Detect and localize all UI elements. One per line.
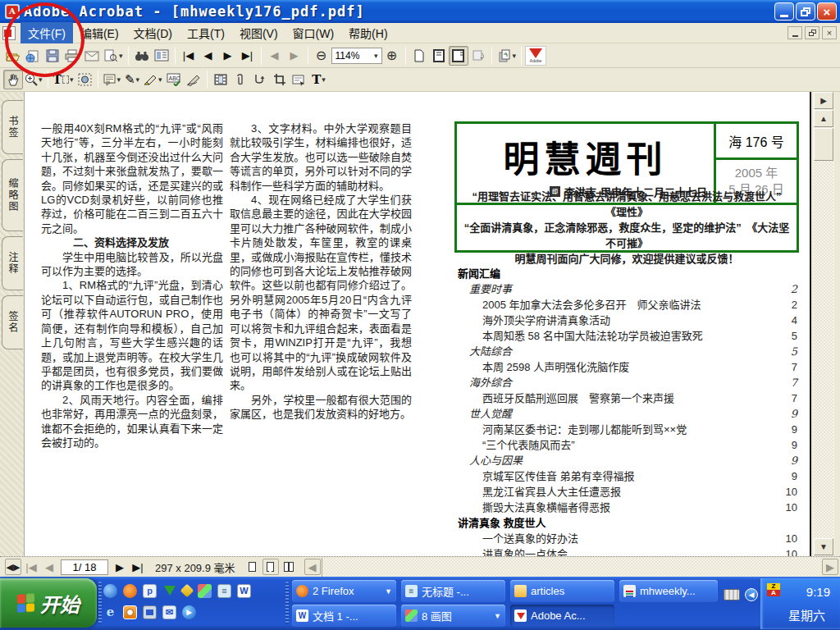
status-next-page-button[interactable]: ▶ bbox=[112, 559, 128, 575]
paint-icon bbox=[405, 609, 418, 622]
paint-palette-icon[interactable] bbox=[198, 584, 212, 598]
first-page-button[interactable]: |◀ bbox=[179, 46, 199, 66]
rotate-view-button[interactable] bbox=[468, 46, 488, 66]
clock-tool-icon[interactable] bbox=[123, 605, 137, 619]
attach-file-tool-button[interactable] bbox=[231, 70, 250, 89]
next-view-button[interactable]: ▶ bbox=[285, 46, 304, 66]
zoom-level-value: 114% bbox=[336, 50, 360, 62]
splitter-toggle-button[interactable]: ◀▶ bbox=[5, 559, 21, 575]
my-computer-icon[interactable] bbox=[143, 605, 157, 619]
restore-button[interactable] bbox=[796, 2, 815, 21]
find-button[interactable] bbox=[132, 46, 152, 66]
document-pane[interactable]: 一般用40X刻RM格式的“九评”或“风雨天地行”等，三分半左右，一小时能刻十几张… bbox=[25, 92, 811, 556]
create-pdf-button[interactable]: ▾ bbox=[495, 46, 518, 66]
start-button[interactable]: 开始 bbox=[0, 578, 97, 628]
pencil-tool-button[interactable]: ✎ ▾ bbox=[122, 70, 142, 89]
facing-view-button[interactable] bbox=[449, 46, 468, 66]
keyboard-layout-icon[interactable] bbox=[724, 589, 740, 600]
close-button[interactable]: × bbox=[817, 2, 837, 21]
link-tool-button[interactable] bbox=[250, 70, 270, 89]
last-page-button[interactable]: ▶| bbox=[238, 46, 258, 66]
scroll-up-button[interactable]: ▲ bbox=[814, 110, 833, 127]
tab-thumbnails[interactable]: 缩略图 bbox=[2, 159, 23, 231]
scrollbar-track[interactable] bbox=[814, 92, 833, 556]
menu-window[interactable]: 窗口(W) bbox=[285, 22, 342, 43]
taskbar: 开始 p ≡ W e ✉ ▶ bbox=[0, 577, 840, 630]
taskbar-button-mhweekly[interactable]: mhweekly... bbox=[619, 580, 718, 602]
flashget-icon[interactable] bbox=[162, 584, 176, 598]
pen-tool-icon[interactable] bbox=[180, 584, 194, 598]
scroll-down-button[interactable]: ▼ bbox=[814, 538, 833, 555]
menu-view[interactable]: 视图(V) bbox=[232, 22, 285, 43]
previous-page-button[interactable]: ◀ bbox=[199, 46, 218, 66]
notepad-icon[interactable]: ≡ bbox=[217, 584, 231, 598]
previous-view-button[interactable]: ◀ bbox=[265, 46, 285, 66]
zonealarm-icon[interactable]: ZA bbox=[767, 583, 780, 596]
search-web-button[interactable]: ▾ bbox=[102, 46, 125, 66]
toc-entry: 世人觉醒9 bbox=[458, 406, 797, 422]
status-last-page-button[interactable]: ▶| bbox=[130, 559, 146, 575]
email-button[interactable] bbox=[82, 46, 102, 66]
clock-time[interactable]: 9:19 bbox=[806, 585, 830, 599]
forms-tool-button[interactable] bbox=[290, 70, 309, 89]
menu-tools[interactable]: 工具(T) bbox=[180, 22, 232, 43]
touchup-text-tool-button[interactable]: T ▾ bbox=[309, 70, 329, 89]
horizontal-scrollbar[interactable] bbox=[322, 558, 821, 577]
taskbar-button-articles-folder[interactable]: articles bbox=[510, 580, 614, 602]
outlook-icon[interactable]: ✉ bbox=[162, 605, 176, 619]
internet-globe-icon[interactable] bbox=[103, 584, 117, 598]
zoom-level-field[interactable]: 114% ▾ bbox=[331, 48, 382, 64]
hand-tool-button[interactable] bbox=[3, 70, 23, 89]
status-first-page-button[interactable]: |◀ bbox=[23, 559, 39, 575]
scrollbar-thumb[interactable] bbox=[814, 128, 833, 161]
vertical-scrollbar[interactable]: ▶ ▲ ▼ bbox=[813, 92, 834, 556]
page-number-field[interactable]: 1/ 18 bbox=[61, 559, 108, 575]
highlighter-tool-button[interactable]: ▾ bbox=[142, 70, 164, 89]
taskbar-button-firefox[interactable]: 2 Firefox ▼ bbox=[292, 580, 396, 602]
note-tool-button[interactable]: ▾ bbox=[102, 70, 122, 89]
doc-restore-button[interactable] bbox=[805, 26, 819, 39]
messenger-icon[interactable]: p bbox=[143, 584, 157, 598]
taskbar-button-acrobat[interactable]: Adobe Ac... bbox=[510, 605, 614, 627]
chevron-left-icon[interactable]: ◀ bbox=[745, 588, 758, 601]
zoom-out-button[interactable]: ⊖ bbox=[312, 46, 331, 66]
taskbar-divider bbox=[285, 582, 289, 624]
word-icon[interactable]: W bbox=[237, 584, 251, 598]
minimize-button[interactable] bbox=[774, 2, 794, 21]
status-facing-button[interactable] bbox=[281, 559, 297, 575]
taskbar-button-word-doc[interactable]: W 文档 1 -... bbox=[292, 605, 396, 627]
snapshot-tool-button[interactable] bbox=[75, 70, 94, 89]
read-article-button[interactable] bbox=[152, 46, 171, 66]
group-dropdown-arrow-icon[interactable]: ▼ bbox=[385, 587, 392, 596]
continuous-view-button[interactable] bbox=[429, 46, 449, 66]
status-single-page-button[interactable] bbox=[244, 559, 261, 575]
menu-document[interactable]: 文档(D) bbox=[126, 22, 180, 43]
doc-minimize-button[interactable] bbox=[788, 26, 802, 39]
zoom-in-button[interactable]: ⊕ bbox=[382, 46, 402, 66]
media-player-icon[interactable]: ▶ bbox=[182, 605, 196, 619]
taskbar-button-paint[interactable]: 8 画图 ▼ bbox=[401, 605, 505, 627]
tab-bookmarks[interactable]: 书签 bbox=[2, 100, 23, 154]
doc-close-button[interactable]: × bbox=[822, 26, 837, 39]
single-page-view-button[interactable] bbox=[409, 46, 429, 66]
tab-signatures[interactable]: 签名 bbox=[2, 295, 23, 349]
hscroll-right-button[interactable]: ▶ bbox=[822, 559, 838, 575]
crop-tool-button[interactable] bbox=[270, 70, 290, 89]
group-dropdown-arrow-icon[interactable]: ▼ bbox=[494, 612, 501, 620]
status-previous-page-button[interactable]: ◀ bbox=[41, 559, 57, 575]
zoom-dropdown-arrow-icon[interactable]: ▾ bbox=[374, 52, 378, 60]
taskbar-button-notepad[interactable]: ≡ 无标题 -... bbox=[401, 580, 505, 602]
status-continuous-button[interactable] bbox=[262, 559, 279, 575]
menu-help[interactable]: 帮助(H) bbox=[341, 22, 395, 43]
next-page-button[interactable]: ▶ bbox=[218, 46, 238, 66]
quote-line: 明慧周刊面向广大同修，欢迎提供建议或反馈！ bbox=[460, 251, 793, 267]
hscroll-left-button[interactable]: ◀ bbox=[304, 559, 321, 575]
spellcheck-tool-button[interactable]: ABC bbox=[164, 70, 184, 89]
sign-tool-button[interactable] bbox=[184, 70, 203, 89]
internet-explorer-icon[interactable]: e bbox=[103, 605, 117, 619]
movie-tool-button[interactable] bbox=[211, 70, 231, 89]
firefox-icon[interactable] bbox=[123, 584, 137, 598]
show-panel-button[interactable]: ▶ bbox=[814, 92, 833, 109]
tab-comments[interactable]: 注释 bbox=[2, 236, 23, 290]
note-icon bbox=[103, 74, 116, 86]
